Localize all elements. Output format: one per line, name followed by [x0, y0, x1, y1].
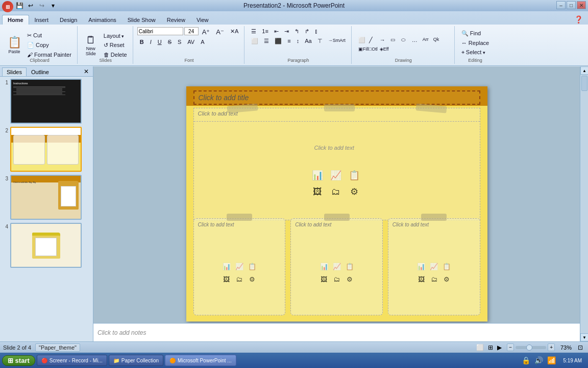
scroll-thumb[interactable]	[581, 76, 587, 91]
align-text-button[interactable]: ⊤	[315, 37, 325, 45]
italic-button[interactable]: I	[148, 38, 154, 46]
box1-picture-icon[interactable]: 🖼	[221, 273, 232, 285]
smartart-button[interactable]: →SmArt	[326, 37, 348, 45]
strikethrough-button[interactable]: S	[165, 38, 174, 46]
cut-button[interactable]: ✂ Cut	[24, 31, 74, 40]
decrease-font-button[interactable]: A⁻	[213, 27, 227, 37]
insert-smartart-icon[interactable]: 📋	[347, 168, 361, 182]
slide-preview-1[interactable]: Instructions	[10, 79, 82, 124]
quick-access-toolbar[interactable]: ⊞ 💾 ↩ ↪ ▾	[2, 1, 58, 12]
shadow-button[interactable]: S	[175, 38, 184, 46]
slide-box-3[interactable]: Click to add text 📊 📈 📋 🖼 🗂 ⚙	[388, 218, 480, 315]
slide-top-inner[interactable]: Click to add text 📊 📈 📋 🖼 🗂 ⚙	[194, 121, 480, 220]
help-icon[interactable]: ❓	[571, 14, 586, 25]
vertical-scrollbar[interactable]: ▲ ▼	[580, 66, 588, 341]
shape-effects[interactable]: ◈Eff	[377, 45, 387, 55]
box1-chart-icon[interactable]: 📈	[234, 261, 245, 272]
increase-font-button[interactable]: A⁺	[200, 27, 213, 37]
box2-clipart-icon[interactable]: 🗂	[331, 273, 342, 285]
replace-button[interactable]: ↔ Replace	[459, 39, 492, 47]
start-button[interactable]: ⊞ start	[2, 355, 35, 366]
reset-button[interactable]: ↺ Reset	[101, 41, 130, 50]
taskbar-item-powerpoint[interactable]: 🟠 Microsoft PowerPoint ...	[165, 355, 236, 366]
box2-table-icon[interactable]: 📊	[318, 261, 330, 272]
box2-picture-icon[interactable]: 🖼	[318, 273, 330, 285]
slide-box-2[interactable]: Click to add text 📊 📈 📋 🖼 🗂 ⚙	[290, 218, 383, 315]
layout-button[interactable]: Layout	[101, 32, 130, 40]
slide-thumb-3[interactable]: 3 Click to add title. Big, Big	[2, 175, 91, 220]
tab-insert[interactable]: Insert	[29, 15, 55, 25]
office-button[interactable]: ⊞	[2, 1, 13, 12]
font-color-button[interactable]: A	[198, 38, 207, 46]
justify-button[interactable]: ≡	[285, 37, 293, 45]
panel-tab-outline[interactable]: Outline	[27, 67, 54, 76]
slide-thumb-1[interactable]: 1 Instructions	[2, 79, 91, 124]
arrange-button[interactable]: Arr	[420, 36, 430, 45]
tray-icon-2[interactable]: 🔊	[533, 355, 544, 365]
tab-animations[interactable]: Animations	[83, 15, 121, 25]
scroll-up-button[interactable]: ▲	[580, 66, 588, 75]
ltr-button[interactable]: ↱	[302, 27, 312, 36]
taskbar-item-paper[interactable]: 📁 Paper Collection	[109, 355, 163, 366]
taskbar-item-screenr[interactable]: 🔴 Screenr - Record - Mi...	[37, 355, 107, 366]
shape-arrow[interactable]: →	[377, 36, 387, 45]
increase-indent-button[interactable]: ⇥	[282, 27, 291, 36]
shape-rect[interactable]: ▭	[388, 36, 398, 45]
insert-chart-icon[interactable]: 📈	[329, 168, 343, 182]
box3-chart-icon[interactable]: 📈	[428, 261, 439, 272]
spacing-button[interactable]: AV	[185, 38, 197, 46]
insert-clipart-icon[interactable]: 🗂	[329, 185, 343, 199]
numbering-button[interactable]: 1≡	[259, 27, 271, 36]
zoom-minus-button[interactable]: −	[507, 343, 514, 351]
font-size-input[interactable]	[184, 27, 199, 35]
new-slide-button[interactable]: 🗒 New Slide	[82, 33, 100, 57]
shape-outline[interactable]: □Otl	[366, 45, 377, 55]
fit-window-button[interactable]: ⊡	[576, 343, 585, 352]
customize-qat-button[interactable]: ▾	[48, 1, 58, 10]
slide-preview-3[interactable]: Click to add title. Big, Big	[10, 175, 82, 220]
box3-clipart-icon[interactable]: 🗂	[428, 273, 439, 285]
quick-styles[interactable]: Qk	[431, 36, 441, 45]
slide-top-content[interactable]: Click to add text Click to add text 📊 📈 …	[193, 108, 480, 220]
box1-media-icon[interactable]: ⚙	[247, 273, 258, 285]
box3-picture-icon[interactable]: 🖼	[415, 273, 427, 285]
bullets-button[interactable]: ☰	[249, 27, 259, 36]
shape-oval[interactable]: ⬭	[399, 36, 409, 45]
zoom-slider[interactable]	[516, 346, 546, 349]
shape-more[interactable]: …	[409, 36, 420, 45]
box3-media-icon[interactable]: ⚙	[441, 273, 452, 285]
notes-area[interactable]: Click to add notes	[93, 323, 580, 341]
slide-thumb-2[interactable]: 2	[2, 127, 91, 172]
font-name-input[interactable]	[137, 27, 183, 35]
shape-fill[interactable]: ▣Fill	[356, 45, 366, 55]
tab-design[interactable]: Design	[54, 15, 83, 25]
box1-table-icon[interactable]: 📊	[221, 261, 232, 272]
slideshow-icon[interactable]: ▶	[496, 343, 503, 352]
decrease-indent-button[interactable]: ⇤	[272, 27, 281, 36]
shape-line[interactable]: ╱	[366, 36, 377, 45]
box3-table-icon[interactable]: 📊	[415, 261, 427, 272]
box2-smartart-icon[interactable]: 📋	[344, 261, 355, 272]
clear-format-button[interactable]: ✕A	[228, 27, 241, 37]
slide-preview-2[interactable]	[10, 127, 82, 172]
insert-media-icon[interactable]: ⚙	[347, 185, 361, 199]
panel-tab-slides[interactable]: Slides	[2, 67, 27, 76]
tab-home[interactable]: Home	[2, 15, 29, 25]
save-qat-button[interactable]: 💾	[14, 1, 24, 10]
slide-preview-4[interactable]	[10, 223, 82, 268]
line-spacing-button[interactable]: ↕	[294, 37, 302, 45]
rtl-button[interactable]: ↰	[292, 27, 302, 36]
bold-button[interactable]: B	[137, 38, 146, 46]
align-left-button[interactable]: ⬜	[249, 37, 261, 45]
align-center-button[interactable]: ☰	[261, 37, 272, 45]
box2-chart-icon[interactable]: 📈	[331, 261, 342, 272]
paste-button[interactable]: 📋 Paste	[5, 35, 23, 55]
slide-canvas[interactable]: Click to add title Click to add text Cli…	[186, 86, 487, 321]
close-button[interactable]: ✕	[577, 1, 586, 9]
insert-table-icon[interactable]: 📊	[310, 168, 325, 182]
shape-select[interactable]: ⬜	[356, 36, 366, 45]
tab-view[interactable]: View	[191, 15, 214, 25]
underline-button[interactable]: U	[155, 38, 164, 46]
box1-smartart-icon[interactable]: 📋	[247, 261, 258, 272]
box2-media-icon[interactable]: ⚙	[344, 273, 355, 285]
